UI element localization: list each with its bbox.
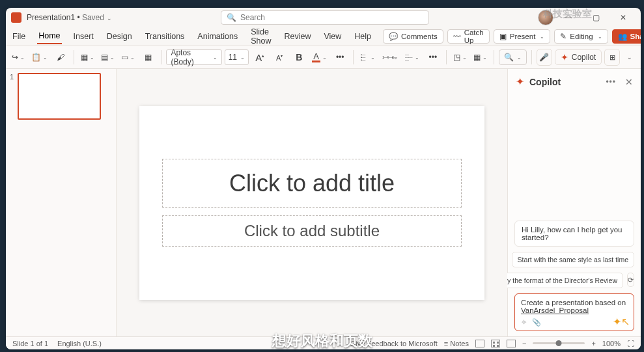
shapes-icon: ◳ <box>453 53 460 62</box>
undo-icon: ↩ <box>12 53 18 62</box>
copilot-title: Copilot <box>529 77 561 87</box>
mic-icon: 🎤 <box>539 53 549 62</box>
refresh-suggestions-button[interactable]: ⟳ <box>627 273 634 287</box>
bold-button[interactable]: B <box>290 49 307 66</box>
tab-help[interactable]: Help <box>353 29 372 44</box>
copilot-suggestion-2[interactable]: Copy the format of the Director's Review <box>489 273 623 288</box>
catchup-icon: 〰 <box>453 33 461 40</box>
copilot-ribbon-button[interactable]: ✦Copilot <box>555 49 602 65</box>
slide-counter[interactable]: Slide 1 of 1 <box>12 340 48 347</box>
document-title[interactable]: Presentation1 • Saved⌄ <box>27 13 112 22</box>
find-button[interactable]: 🔍⌄ <box>499 49 527 65</box>
zoom-slider[interactable] <box>533 342 585 344</box>
sorter-view-icon[interactable] <box>491 340 500 347</box>
new-slide-button[interactable]: ▦⌄ <box>79 49 96 66</box>
zoom-level[interactable]: 100% <box>602 340 621 347</box>
copilot-logo-icon: ✦ <box>516 75 524 88</box>
brush-icon: 🖌 <box>57 53 64 62</box>
find-icon: 🔍 <box>504 53 514 62</box>
font-family-select[interactable]: Aptos (Body)⌄ <box>166 49 221 65</box>
thumbnail-number: 1 <box>10 73 14 120</box>
layout-icon: ▤ <box>101 53 108 62</box>
title-placeholder[interactable]: Click to add title <box>162 159 462 208</box>
copilot-greeting: Hi Lilly, how can I help get you started… <box>514 221 634 247</box>
search-input[interactable]: 🔍 Search <box>221 10 429 25</box>
tab-animations[interactable]: Animations <box>196 29 239 44</box>
font-size-select[interactable]: 11⌄ <box>225 49 249 65</box>
tab-design[interactable]: Design <box>105 29 133 44</box>
copilot-suggestion-1[interactable]: Start with the same style as last time <box>512 252 634 267</box>
language-indicator[interactable]: English (U.S.) <box>57 340 102 347</box>
app-icon <box>11 12 21 23</box>
share-button[interactable]: 👥Share⌄ <box>612 29 641 44</box>
dictate-button[interactable]: 🎤 <box>537 49 552 66</box>
tab-slideshow[interactable]: Slide Show <box>249 25 272 48</box>
slide-1[interactable]: Click to add title Click to add subtitle <box>139 106 484 300</box>
new-slide-icon: ▦ <box>81 53 88 62</box>
sparkle-icon[interactable]: ✧ <box>521 318 527 327</box>
format-painter-button[interactable]: 🖌 <box>52 49 69 66</box>
comments-icon: 💬 <box>389 32 398 41</box>
shapes-button[interactable]: ◳⌄ <box>451 49 469 66</box>
reuse-icon: ▦ <box>145 53 152 62</box>
decrease-font-button[interactable]: A▾ <box>271 49 288 66</box>
menubar: File Home Insert Design Transitions Anim… <box>6 27 641 46</box>
bullets-button[interactable]: ⌄ <box>358 49 378 66</box>
tab-insert[interactable]: Insert <box>72 29 95 44</box>
comments-button[interactable]: 💬Comments <box>383 29 443 44</box>
paste-button[interactable]: 📋⌄ <box>29 49 49 66</box>
layout-button[interactable]: ▤⌄ <box>99 49 117 66</box>
copilot-menu-button[interactable]: ••• <box>606 77 616 87</box>
reading-view-icon[interactable] <box>507 340 516 347</box>
statusbar: Slide 1 of 1 English (U.S.) Give Feedbac… <box>6 336 641 349</box>
copilot-reference-link[interactable]: VanArsdel_Proposal <box>521 306 589 314</box>
more-font-button[interactable]: ••• <box>331 49 348 66</box>
feedback-link[interactable]: Give Feedback to Microsoft <box>350 340 438 347</box>
copilot-spark-icon: ✦ <box>561 52 568 62</box>
tab-transitions[interactable]: Transitions <box>144 29 186 44</box>
section-button[interactable]: ▭⌄ <box>119 49 137 66</box>
normal-view-icon[interactable] <box>475 340 484 347</box>
catchup-button[interactable]: 〰Catch Up <box>447 29 490 44</box>
zoom-in-button[interactable]: + <box>591 340 595 347</box>
present-button[interactable]: ▣Present⌄ <box>494 29 551 44</box>
close-button[interactable]: ✕ <box>611 9 636 26</box>
copilot-close-button[interactable]: ✕ <box>625 77 633 87</box>
bullets-icon <box>361 53 369 61</box>
tab-home[interactable]: Home <box>37 29 61 44</box>
present-icon: ▣ <box>499 32 507 41</box>
copilot-input[interactable]: Create a presentation based on VanArsdel… <box>514 293 634 331</box>
reuse-button[interactable]: ▦ <box>140 49 157 66</box>
editing-button[interactable]: ✎Editing⌄ <box>554 29 608 44</box>
search-icon: 🔍 <box>227 13 236 22</box>
font-color-button[interactable]: A⌄ <box>310 49 329 66</box>
watermark-text: 科技实验室 <box>543 8 592 20</box>
arrange-button[interactable]: ▦⌄ <box>471 49 489 66</box>
tab-view[interactable]: View <box>322 29 343 44</box>
copilot-pane: ✦ Copilot ••• ✕ Hi Lilly, how can I help… <box>507 69 641 336</box>
align-button[interactable]: ⌄ <box>402 49 422 66</box>
numbering-button[interactable]: ⌄ <box>380 49 400 66</box>
fit-to-window-button[interactable]: ⛶ <box>627 340 634 347</box>
align-icon <box>405 53 413 61</box>
ribbon: ↩⌄ 📋⌄ 🖌 ▦⌄ ▤⌄ ▭⌄ ▦ Aptos (Body)⌄ 11⌄ A▴ … <box>6 46 641 69</box>
thumbnail-panel: 1 <box>6 69 117 336</box>
thumbnail-slide-1[interactable] <box>18 73 101 120</box>
attach-icon[interactable]: 📎 <box>532 318 541 327</box>
section-icon: ▭ <box>121 53 128 62</box>
ribbon-collapse-button[interactable]: ⌄ <box>623 49 637 65</box>
cursor-sparkle-icon: ✦↖ <box>613 316 630 328</box>
tab-review[interactable]: Review <box>283 29 312 44</box>
zoom-out-button[interactable]: − <box>522 340 526 347</box>
more-paragraph-button[interactable]: ••• <box>425 49 441 66</box>
slide-canvas: Click to add title Click to add subtitle <box>117 69 507 336</box>
increase-font-button[interactable]: A▴ <box>251 49 268 66</box>
subtitle-placeholder[interactable]: Click to add subtitle <box>162 215 462 247</box>
refresh-icon: ⟳ <box>628 276 634 284</box>
numbering-icon <box>382 56 391 59</box>
designer-button[interactable]: ⊞ <box>604 49 620 66</box>
tab-file[interactable]: File <box>11 29 27 44</box>
undo-button[interactable]: ↩⌄ <box>10 49 27 66</box>
arrange-icon: ▦ <box>473 53 481 62</box>
notes-toggle[interactable]: ≡ Notes <box>444 340 469 347</box>
